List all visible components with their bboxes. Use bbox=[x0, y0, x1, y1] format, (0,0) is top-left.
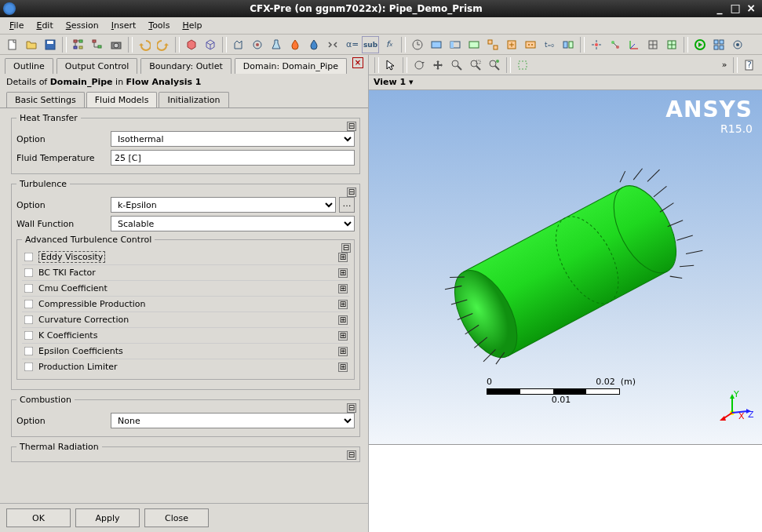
connection-icon[interactable] bbox=[607, 36, 624, 53]
boundary-icon[interactable] bbox=[447, 36, 464, 53]
apply-button[interactable]: Apply bbox=[75, 508, 140, 527]
turb-option-more-button[interactable]: … bbox=[339, 197, 355, 213]
t0-icon[interactable]: t₌₀ bbox=[541, 36, 558, 53]
tree-icon[interactable] bbox=[70, 36, 87, 53]
zoom-icon[interactable] bbox=[448, 56, 465, 74]
adv-turb-checkbox[interactable] bbox=[24, 347, 34, 356]
drop-icon[interactable] bbox=[305, 36, 323, 53]
menu-insert[interactable]: Insert bbox=[105, 19, 143, 32]
pan-icon[interactable] bbox=[429, 56, 447, 74]
fit-icon[interactable] bbox=[486, 56, 503, 74]
view-label[interactable]: View 1 ▾ bbox=[369, 75, 762, 90]
close-window-button[interactable]: × bbox=[743, 2, 759, 15]
undo-icon[interactable] bbox=[136, 36, 153, 53]
properties-area[interactable]: Heat Transfer ⊟ Option Isothermal Fluid … bbox=[0, 108, 368, 503]
adv-turb-checkbox[interactable] bbox=[24, 363, 34, 372]
svg-line-15 bbox=[206, 42, 210, 45]
flask-icon[interactable] bbox=[268, 36, 285, 53]
adv-turb-checkbox[interactable] bbox=[24, 331, 34, 341]
ht-option-label: Option bbox=[16, 134, 111, 144]
collapse-combustion-icon[interactable]: ⊟ bbox=[347, 403, 356, 413]
redo-icon[interactable] bbox=[155, 36, 172, 53]
help-icon[interactable]: ? bbox=[741, 56, 758, 74]
adv-turb-checkbox[interactable] bbox=[24, 268, 34, 278]
axis-triad[interactable]: Y Z X bbox=[716, 388, 754, 425]
collapse-turbulence-icon[interactable]: ⊟ bbox=[347, 188, 356, 197]
new-icon[interactable] bbox=[4, 36, 21, 53]
menu-file[interactable]: File bbox=[3, 19, 30, 32]
expand-icon[interactable]: ⊞ bbox=[338, 331, 348, 341]
expand-icon[interactable]: ⊞ bbox=[338, 363, 348, 372]
ok-button[interactable]: OK bbox=[6, 508, 71, 527]
menu-tools[interactable]: Tools bbox=[142, 19, 176, 32]
output-icon[interactable] bbox=[503, 36, 520, 53]
layout-icon[interactable] bbox=[710, 36, 727, 53]
view-more-icon[interactable]: » bbox=[719, 56, 730, 74]
domain-icon[interactable] bbox=[428, 36, 445, 53]
analysis2-icon[interactable] bbox=[249, 36, 266, 53]
gear-icon[interactable] bbox=[729, 36, 746, 53]
turb-option-select[interactable]: k-Epsilon bbox=[111, 197, 336, 213]
monitor-icon[interactable] bbox=[522, 36, 539, 53]
tab-basic-settings[interactable]: Basic Settings bbox=[6, 92, 85, 107]
expand-icon[interactable]: ⊞ bbox=[338, 315, 348, 325]
expand-icon[interactable]: ⊞ bbox=[338, 253, 348, 262]
expand-icon[interactable]: ⊞ bbox=[338, 300, 348, 309]
cube2-icon[interactable] bbox=[202, 36, 219, 53]
adv-turb-checkbox[interactable] bbox=[24, 253, 34, 262]
clock-icon[interactable] bbox=[409, 36, 426, 53]
tab-output-control[interactable]: Output Control bbox=[57, 58, 137, 74]
coord-icon[interactable] bbox=[625, 36, 643, 53]
combustion-option-select[interactable]: None bbox=[111, 413, 355, 428]
pointer-icon[interactable] bbox=[382, 56, 399, 74]
abc-icon[interactable]: α= bbox=[343, 36, 360, 53]
cube-icon[interactable] bbox=[183, 36, 200, 53]
adv-turb-checkbox[interactable] bbox=[24, 315, 34, 325]
tab-domain-pipe[interactable]: Domain: Domain_Pipe bbox=[235, 58, 347, 74]
camera-icon[interactable] bbox=[108, 36, 125, 53]
tree2-icon[interactable] bbox=[89, 36, 106, 53]
solver-icon[interactable] bbox=[484, 36, 501, 53]
turb-wall-select[interactable]: Scalable bbox=[111, 216, 355, 231]
ht-option-select[interactable]: Isothermal bbox=[111, 131, 355, 147]
minimize-button[interactable]: _ bbox=[712, 2, 727, 15]
collapse-heat-transfer-icon[interactable]: ⊟ bbox=[347, 122, 356, 131]
expand-icon[interactable]: ⊞ bbox=[338, 347, 348, 356]
rotate-icon[interactable] bbox=[410, 56, 428, 74]
mesh2-icon[interactable] bbox=[663, 36, 680, 53]
ht-temp-input[interactable] bbox=[111, 150, 355, 166]
sub-icon[interactable]: sub bbox=[362, 36, 379, 53]
tab-initialization[interactable]: Initialization bbox=[159, 92, 228, 107]
init-icon[interactable] bbox=[465, 36, 483, 53]
adv-turb-checkbox[interactable] bbox=[24, 284, 34, 293]
menu-edit[interactable]: Edit bbox=[30, 19, 59, 32]
save-icon[interactable] bbox=[42, 36, 59, 53]
expand-icon[interactable]: ⊞ bbox=[338, 284, 348, 293]
zoom-box-icon[interactable] bbox=[467, 56, 484, 74]
menu-help[interactable]: Help bbox=[176, 19, 208, 32]
expand-icon[interactable]: ⊞ bbox=[338, 268, 348, 278]
tab-outline[interactable]: Outline bbox=[5, 58, 53, 74]
tab-fluid-models[interactable]: Fluid Models bbox=[86, 92, 158, 107]
adv-turb-checkbox[interactable] bbox=[24, 300, 34, 309]
analysis1-icon[interactable] bbox=[230, 36, 247, 53]
tab-close-icon[interactable]: × bbox=[352, 57, 363, 68]
select-box-icon[interactable] bbox=[514, 56, 531, 74]
collapse-thermal-radiation-icon[interactable]: ⊟ bbox=[347, 450, 356, 460]
thermal-radiation-group: Thermal Radiation ⊟ bbox=[11, 442, 360, 462]
tab-boundary-outlet[interactable]: Boundary: Outlet bbox=[140, 58, 231, 74]
open-icon[interactable] bbox=[23, 36, 40, 53]
fx-icon[interactable]: fx bbox=[381, 36, 398, 53]
menu-session[interactable]: Session bbox=[60, 19, 105, 32]
source-icon[interactable] bbox=[588, 36, 605, 53]
run-icon[interactable] bbox=[691, 36, 709, 53]
viewport[interactable]: ANSYS R15.0 bbox=[369, 90, 762, 445]
console-area[interactable] bbox=[369, 444, 762, 532]
maximize-button[interactable]: □ bbox=[727, 2, 743, 15]
random-icon[interactable] bbox=[324, 36, 341, 53]
collapse-adv-turb-icon[interactable]: ⊟ bbox=[341, 243, 351, 253]
flame-icon[interactable] bbox=[286, 36, 304, 53]
interface-icon[interactable] bbox=[560, 36, 577, 53]
close-button[interactable]: Close bbox=[144, 508, 209, 527]
mesh-icon[interactable] bbox=[644, 36, 662, 53]
